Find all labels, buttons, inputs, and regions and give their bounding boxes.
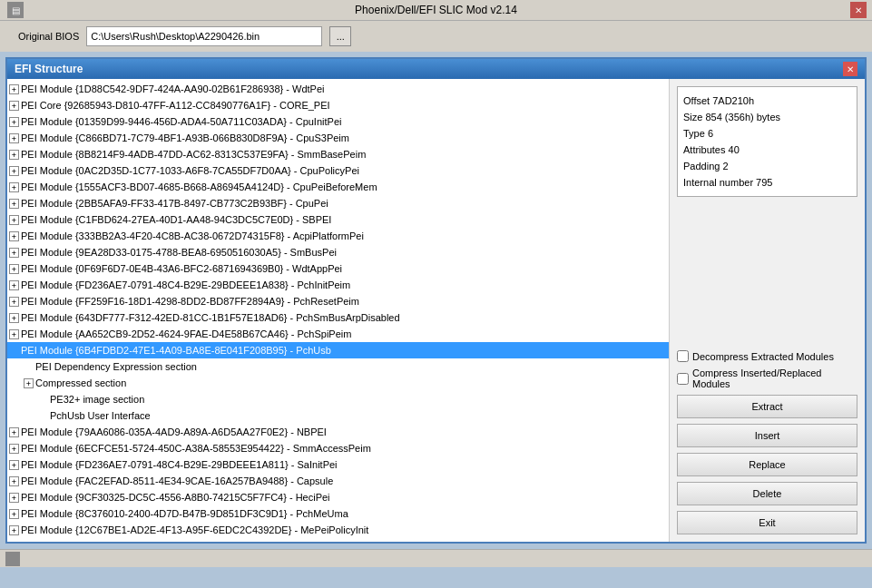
info-type: Type 6 (683, 125, 851, 142)
expand-icon[interactable]: + (9, 476, 19, 486)
bios-path-input[interactable] (86, 26, 322, 46)
tree-item-text: PEI Module {01359D99-9446-456D-ADA4-50A7… (21, 114, 341, 129)
expand-icon[interactable]: + (9, 297, 19, 307)
tree-item[interactable]: +PEI Module {2BB5AFA9-FF33-417B-8497-CB7… (7, 195, 669, 211)
tree-item-text: PEI Module {8B8214F9-4ADB-47DD-AC62-8313… (21, 147, 366, 162)
tree-item-text: PEI Module {8C376010-2400-4D7D-B47B-9D85… (21, 506, 348, 521)
tree-item[interactable]: +PEI Module {9CF30325-DC5C-4556-A8B0-742… (7, 489, 669, 505)
tree-item-text: PEI Module {79AA6086-035A-4AD9-A89A-A6D5… (21, 425, 327, 439)
insert-button[interactable]: Insert (677, 424, 857, 447)
expand-icon[interactable]: + (9, 182, 19, 192)
efi-close-button[interactable]: ✕ (843, 62, 857, 76)
tree-item[interactable]: +PEI Module {8C376010-2400-4D7D-B47B-9D8… (7, 505, 669, 522)
tree-item[interactable]: PchUsb User Interface (7, 407, 669, 424)
expand-icon[interactable]: + (9, 84, 19, 94)
expand-icon[interactable]: + (9, 460, 19, 470)
compress-checkbox-row: Compress Inserted/Replaced Modules (677, 368, 857, 389)
expand-icon[interactable]: + (9, 231, 19, 241)
tree-item[interactable]: +PEI Core {92685943-D810-47FF-A112-CC849… (7, 97, 669, 113)
expand-icon[interactable]: + (9, 248, 19, 258)
bios-label: Original BIOS (18, 31, 79, 42)
tree-item[interactable]: PE32+ image section (7, 391, 669, 407)
expand-icon[interactable]: + (9, 166, 19, 176)
app-close-button[interactable]: ✕ (850, 2, 867, 18)
expand-icon[interactable]: + (9, 313, 19, 323)
tree-item[interactable]: +PEI Module {333BB2A3-4F20-4C8B-AC38-067… (7, 228, 669, 244)
app-icon: ▤ (7, 2, 24, 18)
expand-icon[interactable]: + (9, 280, 19, 290)
tree-item[interactable]: +PEI Module {08EFD15D-EC55-4023-B648-7BA… (7, 538, 669, 542)
tree-item[interactable]: +PEI Module {6ECFCE51-5724-450C-A38A-585… (7, 440, 669, 456)
tree-item[interactable]: +PEI Module {FD236AE7-0791-48C4-B29E-29B… (7, 456, 669, 473)
tree-item[interactable]: +PEI Module {C866BD71-7C79-4BF1-A93B-066… (7, 130, 669, 146)
tree-item[interactable]: +Compressed section (7, 375, 669, 391)
tree-item[interactable]: +PEI Module {FF259F16-18D1-4298-8DD2-BD8… (7, 293, 669, 309)
tree-item[interactable]: +PEI Module {643DF777-F312-42ED-81CC-1B1… (7, 309, 669, 326)
expand-icon[interactable]: + (9, 542, 19, 543)
tree-item[interactable]: +PEI Module {1D88C542-9DF7-424A-AA90-02B… (7, 81, 669, 97)
tree-item-text: PEI Module {1D88C542-9DF7-424A-AA90-02B6… (21, 82, 324, 96)
info-internal-number: Internal number 795 (683, 174, 851, 191)
decompress-label: Decompress Extracted Modules (692, 351, 834, 362)
tree-item[interactable]: PEI Dependency Expression section (7, 358, 669, 375)
expand-icon[interactable]: + (9, 509, 19, 519)
tree-item[interactable]: +PEI Module {FAC2EFAD-8511-4E34-9CAE-16A… (7, 473, 669, 489)
tree-item-text: PEI Module {FAC2EFAD-8511-4E34-9CAE-16A2… (21, 474, 333, 488)
tree-item[interactable]: +PEI Module {1555ACF3-BD07-4685-B668-A86… (7, 179, 669, 195)
tree-item[interactable]: +PEI Module {0F69F6D7-0E4B-43A6-BFC2-687… (7, 260, 669, 277)
tree-item-text: PEI Module {AA652CB9-2D52-4624-9FAE-D4E5… (21, 327, 351, 341)
tree-item-text: PEI Module {9EA28D33-0175-4788-BEA8-6950… (21, 245, 337, 260)
compress-checkbox[interactable] (677, 373, 689, 385)
expand-icon[interactable]: + (9, 329, 19, 339)
info-box: Offset 7AD210h Size 854 (356h) bytes Typ… (677, 86, 857, 197)
expand-icon[interactable]: + (9, 133, 19, 143)
tree-item[interactable]: +PEI Module {AA652CB9-2D52-4624-9FAE-D4E… (7, 326, 669, 342)
status-bar (0, 549, 872, 567)
decompress-checkbox-row: Decompress Extracted Modules (677, 350, 857, 362)
tree-item-text: PEI Module {643DF777-F312-42ED-81CC-1B1F… (21, 310, 400, 325)
collapse-icon[interactable]: + (24, 378, 34, 388)
replace-button[interactable]: Replace (677, 453, 857, 476)
bios-browse-button[interactable]: ... (329, 26, 351, 46)
tree-item-text: PEI Module {C866BD71-7C79-4BF1-A93B-066B… (21, 131, 349, 145)
extract-button[interactable]: Extract (677, 395, 857, 418)
tree-panel: +PEI Module {1D88C542-9DF7-424A-AA90-02B… (7, 79, 670, 542)
tree-item-text: PEI Module {0F69F6D7-0E4B-43A6-BFC2-6871… (21, 261, 342, 276)
expand-icon[interactable]: + (9, 215, 19, 225)
expand-icon[interactable]: + (9, 525, 19, 535)
tree-item[interactable]: +PEI Module {0AC2D35D-1C77-1033-A6F8-7CA… (7, 162, 669, 179)
expand-icon[interactable]: + (9, 264, 19, 274)
tree-item-text: Compressed section (35, 376, 126, 390)
delete-button[interactable]: Delete (677, 482, 857, 505)
expand-icon[interactable]: + (9, 199, 19, 209)
tree-item-text: PEI Module {FD236AE7-0791-48C4-B29E-29BD… (21, 457, 338, 472)
tree-item-text: PEI Core {92685943-D810-47FF-A112-CC8490… (21, 98, 330, 113)
expand-icon[interactable]: + (9, 444, 19, 454)
expand-icon[interactable]: + (9, 101, 19, 111)
decompress-checkbox[interactable] (677, 350, 689, 362)
tree-item[interactable]: +PEI Module {FD236AE7-0791-48C4-B29E-29B… (7, 277, 669, 293)
compress-label: Compress Inserted/Replaced Modules (692, 368, 857, 389)
exit-button[interactable]: Exit (677, 511, 857, 534)
tree-item[interactable]: PEI Module {6B4FDBD2-47E1-4A09-BA8E-8E04… (7, 342, 669, 358)
info-padding: Padding 2 (683, 158, 851, 174)
tree-item-text: PEI Module {2BB5AFA9-FF33-417B-8497-CB77… (21, 196, 328, 211)
tree-item-text: PEI Module {08EFD15D-EC55-4023-B648-7BA4… (21, 539, 354, 542)
tree-item-text: PEI Module {C1FBD624-27EA-40D1-AA48-94C3… (21, 212, 331, 227)
right-panel: Offset 7AD210h Size 854 (356h) bytes Typ… (670, 79, 865, 542)
expand-icon[interactable]: + (9, 427, 19, 437)
tree-item[interactable]: +PEI Module {01359D99-9446-456D-ADA4-50A… (7, 113, 669, 130)
expand-icon[interactable]: + (9, 117, 19, 127)
tree-item[interactable]: +PEI Module {9EA28D33-0175-4788-BEA8-695… (7, 244, 669, 260)
tree-item[interactable]: +PEI Module {79AA6086-035A-4AD9-A89A-A6D… (7, 424, 669, 440)
tree-item-text: PEI Module {0AC2D35D-1C77-1033-A6F8-7CA5… (21, 163, 359, 178)
tree-item-text: PEI Module {FD236AE7-0791-48C4-B29E-29BD… (21, 278, 350, 292)
info-size: Size 854 (356h) bytes (683, 109, 851, 125)
tree-item[interactable]: +PEI Module {C1FBD624-27EA-40D1-AA48-94C… (7, 211, 669, 228)
tree-item-text: PchUsb User Interface (50, 408, 151, 423)
tree-item[interactable]: +PEI Module {8B8214F9-4ADB-47DD-AC62-831… (7, 146, 669, 162)
efi-title: EFI Structure (15, 63, 83, 75)
tree-item[interactable]: +PEI Module {12C67BE1-AD2E-4F13-A95F-6ED… (7, 522, 669, 538)
expand-icon[interactable]: + (9, 493, 19, 503)
expand-icon[interactable]: + (9, 150, 19, 160)
